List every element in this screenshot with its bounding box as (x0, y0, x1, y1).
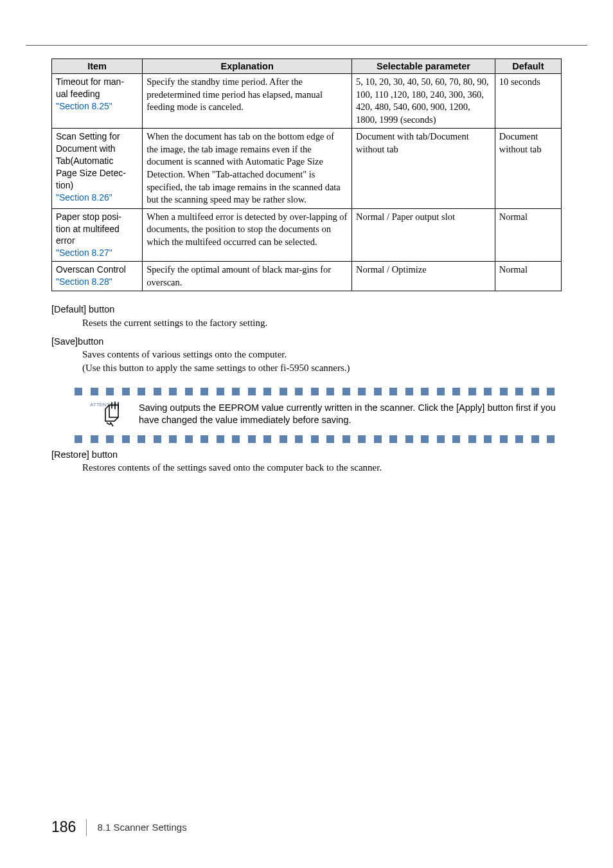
row-default: Normal (495, 262, 561, 291)
restore-button-heading: [Restore] button (51, 448, 562, 461)
footer-divider (86, 819, 87, 836)
save-button-desc2: (Use this button to apply the same setti… (51, 361, 562, 375)
table-row: Overscan Control "Section 8.28" Specify … (52, 262, 562, 291)
row-selectable: Normal / Paper output slot (352, 208, 495, 262)
attention-text: Saving outputs the EEPROM value currentl… (139, 401, 562, 427)
default-button-desc: Resets the current settings to the facto… (51, 316, 562, 330)
row-item-line: ual feeding (56, 89, 100, 99)
table-row: Timeout for man- ual feeding "Section 8.… (52, 74, 562, 129)
row-selectable: 5, 10, 20, 30, 40, 50, 60, 70, 80, 90, 1… (352, 74, 495, 129)
table-row: Scan Setting for Document with Tab(Autom… (52, 129, 562, 208)
separator-squares-top (75, 388, 562, 395)
attention-block: ATTENTION Saving outputs the EEPROM valu… (90, 399, 562, 431)
save-button-desc1: Saves contents of various settings onto … (51, 348, 562, 361)
row-default: 10 seconds (495, 74, 561, 129)
row-selectable: Normal / Optimize (352, 262, 495, 291)
row-item-line: Document with (56, 143, 116, 154)
row-item-line: Scan Setting for (56, 131, 120, 141)
section-link[interactable]: "Section 8.25" (56, 101, 112, 111)
row-default: Document without tab (495, 129, 561, 208)
row-explanation: Specify the optimal amount of black mar-… (143, 262, 352, 291)
row-explanation: When the document has tab on the bottom … (143, 129, 352, 208)
page-footer: 186 8.1 Scanner Settings (51, 818, 187, 836)
row-item-line: Page Size Detec- (56, 168, 126, 178)
attention-icon: ATTENTION (90, 401, 127, 430)
row-item-line: Overscan Control (56, 264, 126, 275)
row-item-line: Paper stop posi- (56, 212, 121, 222)
section-link[interactable]: "Section 8.27" (56, 248, 112, 258)
row-explanation: Specify the standby time period. After t… (143, 74, 352, 129)
th-item: Item (52, 59, 143, 74)
th-selectable: Selectable parameter (352, 59, 495, 74)
section-link[interactable]: "Section 8.26" (56, 192, 112, 203)
row-item-line: tion at multifeed (56, 224, 120, 234)
th-default: Default (495, 59, 561, 74)
save-button-heading: [Save]button (51, 335, 562, 348)
row-item-line: Tab(Automatic (56, 156, 113, 166)
separator-squares-bottom (75, 435, 562, 443)
th-explanation: Explanation (143, 59, 352, 74)
table-row: Paper stop posi- tion at multifeed error… (52, 208, 562, 262)
row-item-line: Timeout for man- (56, 77, 124, 87)
section-link[interactable]: "Section 8.28" (56, 276, 112, 287)
default-button-heading: [Default] button (51, 303, 562, 316)
page-number: 186 (51, 818, 86, 836)
row-default: Normal (495, 208, 561, 262)
row-explanation: When a multifeed error is detected by ov… (143, 208, 352, 262)
row-item-line: error (56, 235, 75, 246)
settings-table: Item Explanation Selectable parameter De… (51, 59, 562, 291)
row-item-line: tion) (56, 180, 73, 190)
restore-button-desc: Restores contents of the settings saved … (51, 461, 562, 475)
row-selectable: Document with tab/Document without tab (352, 129, 495, 208)
footer-section: 8.1 Scanner Settings (97, 822, 186, 833)
top-rule (26, 45, 587, 46)
